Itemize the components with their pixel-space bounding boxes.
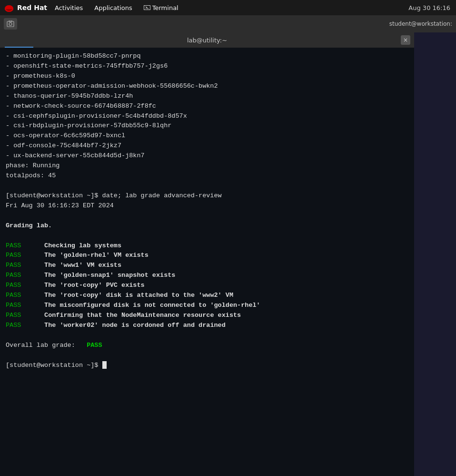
line-4: - prometheus-operator-admission-webhook-…	[6, 81, 408, 91]
pass-item-1: PASS The 'golden-rhel' VM exists	[6, 251, 408, 261]
secondbar: student@workstation:	[0, 15, 456, 32]
pass-item-0: PASS Checking lab systems	[6, 241, 408, 251]
topbar-right: Aug 30 16:16	[408, 4, 450, 11]
line-8: - csi-rbdplugin-provisioner-57dbb55c9-8l…	[6, 121, 408, 131]
secondbar-right: student@workstation:	[389, 20, 452, 27]
pass-badge-4: PASS	[6, 282, 21, 289]
pass-item-5: PASS The 'root-copy' disk is attached to…	[6, 291, 408, 301]
pass-text-1	[25, 252, 40, 259]
pass-item-2: PASS The 'www1' VM exists	[6, 261, 408, 271]
pass-item-7: PASS Confirming that the NodeMaintenance…	[6, 311, 408, 321]
datetime: Aug 30 16:16	[408, 4, 450, 11]
pass-text-7	[25, 312, 40, 319]
pass-item-6: PASS The misconfigured disk is not conne…	[6, 301, 408, 311]
final-prompt-line: [student@workstation ~]$	[6, 361, 408, 371]
pass-desc-4: The 'root-copy' PVC exists	[44, 282, 145, 289]
pass-text-4	[25, 282, 40, 289]
line-9: - ocs-operator-6c6c595d97-bxncl	[6, 131, 408, 141]
line-3: - prometheus-k8s-0	[6, 71, 408, 81]
pass-desc-0: Checking lab systems	[44, 242, 121, 249]
pass-item-4: PASS The 'root-copy' PVC exists	[6, 281, 408, 291]
pass-badge-7: PASS	[6, 312, 21, 319]
empty-line-2	[6, 211, 408, 221]
command-line: [student@workstation ~]$ date; lab grade…	[6, 191, 408, 201]
terminal-window: lab@utility:~ × - monitoring-plugin-58bd…	[0, 32, 414, 476]
pass-desc-6: The misconfigured disk is not connected …	[44, 302, 260, 309]
final-prompt: [student@workstation ~]$	[6, 362, 102, 369]
pass-desc-7: Confirming that the NodeMaintenance reso…	[44, 312, 241, 319]
empty-line-4	[6, 331, 408, 341]
terminal-tab-indicator	[5, 47, 33, 48]
pass-desc-2: The 'www1' VM exists	[44, 262, 121, 269]
overall-result: PASS	[87, 342, 102, 349]
terminal-content[interactable]: - monitoring-plugin-58bd58cc7-pnrpq - op…	[0, 48, 414, 476]
empty-line-5	[6, 351, 408, 361]
grading-label: Grading lab.	[6, 221, 408, 231]
overall-label: Overall lab grade:	[6, 342, 75, 349]
topbar: Red Hat Activities Applications Terminal…	[0, 0, 456, 15]
line-12: phase: Running	[6, 161, 408, 171]
pass-desc-3: The 'golden-snap1' snapshot exists	[44, 272, 175, 279]
pass-badge-6: PASS	[6, 302, 21, 309]
line-13: totalpods: 45	[6, 171, 408, 181]
brand-label: Red Hat	[17, 4, 47, 11]
pass-desc-8: The 'worker02' node is cordoned off and …	[44, 322, 226, 329]
pass-badge-3: PASS	[6, 272, 21, 279]
line-2: - openshift-state-metrics-745ffbb757-j2g…	[6, 61, 408, 71]
line-5: - thanos-querier-5945b7ddbb-lzr4h	[6, 91, 408, 101]
pass-text-6	[25, 302, 40, 309]
redhat-logo: Red Hat	[4, 2, 47, 13]
applications-nav[interactable]: Applications	[89, 0, 138, 15]
overall-grade-line: Overall lab grade: PASS	[6, 341, 408, 351]
pass-item-3: PASS The 'golden-snap1' snapshot exists	[6, 271, 408, 281]
terminal-close-button[interactable]: ×	[401, 35, 410, 45]
empty-line-3	[6, 231, 408, 241]
pass-badge-2: PASS	[6, 262, 21, 269]
line-7: - csi-cephfsplugin-provisioner-5c4b4fddb…	[6, 111, 408, 122]
terminal-titlebar: lab@utility:~ ×	[0, 32, 414, 48]
pass-text-2	[25, 262, 40, 269]
pass-badge-1: PASS	[6, 252, 21, 259]
terminal-nav[interactable]: Terminal	[138, 0, 184, 15]
svg-point-4	[9, 23, 12, 26]
empty-line-1	[6, 181, 408, 191]
date-output: Fri Aug 30 16:16:23 EDT 2024	[6, 201, 408, 211]
terminal-title: lab@utility:~	[187, 37, 227, 44]
line-11: - ux-backend-server-55cb844d5d-j8kn7	[6, 151, 408, 161]
pass-badge-8: PASS	[6, 322, 21, 329]
svg-rect-3	[7, 21, 14, 27]
pass-text-5	[25, 292, 40, 299]
pass-item-8: PASS The 'worker02' node is cordoned off…	[6, 321, 408, 331]
line-10: - odf-console-75c4844bf7-2jkz7	[6, 141, 408, 151]
screenshot-button[interactable]	[4, 18, 17, 30]
pass-text-3	[25, 272, 40, 279]
pass-desc-1: The 'golden-rhel' VM exists	[44, 252, 149, 259]
pass-badge-5: PASS	[6, 292, 21, 299]
terminal-icon	[144, 5, 150, 10]
pass-badge-0: PASS	[6, 242, 21, 249]
cursor	[102, 361, 107, 369]
line-1: - monitoring-plugin-58bd58cc7-pnrpq	[6, 51, 408, 61]
pass-text-8	[25, 322, 40, 329]
nav-items: Activities Applications Terminal	[49, 0, 184, 15]
pass-desc-5: The 'root-copy' disk is attached to the …	[44, 292, 233, 299]
line-6: - network-check-source-6674b68887-2f8fc	[6, 101, 408, 111]
pass-text-0	[25, 242, 40, 249]
activities-nav[interactable]: Activities	[49, 0, 89, 15]
